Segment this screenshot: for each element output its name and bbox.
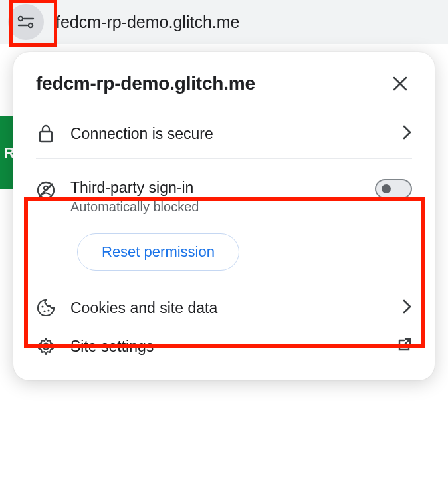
toggle-knob [382,184,391,193]
connection-label: Connection is secure [70,125,388,143]
signin-blocked-icon [36,180,56,200]
reset-permission-button[interactable]: Reset permission [77,233,239,271]
popup-title: fedcm-rp-demo.glitch.me [36,73,255,94]
svg-point-11 [43,310,45,312]
svg-rect-6 [40,132,52,142]
chevron-right-icon [403,125,412,142]
close-icon [393,76,407,91]
svg-point-0 [19,17,23,21]
svg-line-14 [404,339,410,345]
divider [36,283,412,283]
site-info-popup: fedcm-rp-demo.glitch.me Connection is se… [13,52,435,380]
chevron-right-icon [403,299,412,316]
signin-toggle[interactable] [375,179,412,199]
cookie-icon [36,298,56,318]
third-party-signin-row: Third-party sign-in Automatically blocke… [13,164,435,219]
url-text[interactable]: fedcm-rp-demo.glitch.me [56,13,239,32]
external-link-icon [396,337,412,356]
svg-point-3 [29,23,33,27]
site-settings-row[interactable]: Site settings [13,327,435,366]
signin-sublabel: Automatically blocked [70,199,360,215]
divider [36,158,412,159]
cookies-row[interactable]: Cookies and site data [13,289,435,327]
svg-point-12 [47,309,49,311]
url-bar: fedcm-rp-demo.glitch.me [0,0,448,44]
svg-point-13 [43,344,49,350]
cookies-label: Cookies and site data [70,299,388,317]
site-settings-label: Site settings [70,338,382,356]
close-button[interactable] [388,72,412,96]
gear-icon [36,336,56,356]
popup-header: fedcm-rp-demo.glitch.me [13,72,435,114]
site-controls-button[interactable] [8,4,44,40]
connection-row[interactable]: Connection is secure [13,114,435,153]
tune-icon [17,15,35,29]
signin-label: Third-party sign-in [70,179,360,197]
svg-point-10 [41,305,43,307]
lock-icon [36,124,56,144]
